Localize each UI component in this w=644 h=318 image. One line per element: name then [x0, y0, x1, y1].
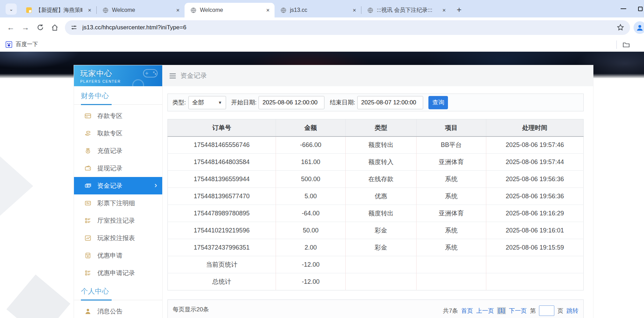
tab-close-icon[interactable]: ✕ — [174, 6, 182, 14]
table-cell — [486, 256, 584, 273]
window-controls — [614, 0, 644, 17]
bookmark-label: 百度一下 — [16, 41, 38, 48]
sidebar-item[interactable]: 取款专区› — [74, 125, 162, 142]
browser-tab[interactable]: js13.cc✕ — [275, 3, 361, 17]
globe-favicon-icon — [280, 7, 286, 13]
site-info-icon — [70, 24, 77, 31]
search-button[interactable]: 查询 — [428, 96, 448, 109]
table-cell — [486, 273, 584, 290]
folder-icon[interactable] — [622, 41, 630, 49]
table-cell — [416, 273, 486, 290]
browser-tab[interactable]: Welcome✕ — [185, 3, 275, 17]
sidebar-header: 玩家中心 PLAYERS CENTER — [74, 65, 162, 86]
table-cell: BB平台 — [416, 136, 486, 154]
sidebar-item[interactable]: 优惠申请› — [74, 247, 162, 264]
table-header-cell: 项目 — [416, 119, 486, 136]
sidebar-sections: 财务中心存款专区›取款专区›充值记录›提现记录›资金记录›彩票下注明细›厅室投注… — [74, 86, 162, 318]
tab-search-button[interactable]: ⌄ — [6, 3, 17, 15]
table-cell: 亚洲体育 — [416, 154, 486, 171]
profile-avatar[interactable] — [634, 21, 644, 34]
sidebar: 玩家中心 PLAYERS CENTER 财务中心存款专区›取款专区›充值记录›提… — [74, 65, 163, 318]
table-cell: 1754481464803584 — [168, 154, 276, 171]
table-cell: 161.00 — [276, 154, 345, 171]
table-cell: 彩金 — [346, 239, 417, 256]
table-cell: 2025-08-06 19:15:59 — [486, 239, 584, 256]
menu-hamburger-icon[interactable] — [170, 73, 176, 79]
sidebar-item[interactable]: 存款专区› — [74, 107, 162, 125]
page-size-text: 每页显示20条 — [173, 305, 209, 313]
url-text[interactable]: js13.cc/hhcp/usercenter.html?iniType=6 — [82, 24, 616, 31]
sidebar-item-list: 存款专区›取款专区›充值记录›提现记录›资金记录›彩票下注明细›厅室投注记录›玩… — [74, 107, 162, 282]
table-cell — [346, 256, 417, 273]
bookmarks-separator — [616, 40, 617, 49]
table-cell: 2025-08-06 19:56:36 — [486, 171, 584, 188]
start-date-input[interactable] — [259, 96, 324, 109]
hall-bet-list-icon — [84, 217, 91, 224]
sidebar-item[interactable]: 优惠申请记录› — [74, 264, 162, 282]
browser-tab[interactable]: Welcome✕ — [97, 3, 185, 17]
sidebar-item[interactable]: 彩票下注明细› — [74, 194, 162, 212]
minimize-button[interactable] — [621, 0, 626, 17]
tab-title: Welcome — [112, 7, 171, 13]
recharge-moneybag-icon — [84, 147, 91, 154]
globe-favicon-icon — [367, 7, 373, 13]
sidebar-item-label: 彩票下注明细 — [97, 199, 135, 207]
decorative-triangle — [0, 156, 33, 216]
table-cell: 优惠 — [346, 188, 417, 205]
bookmarks-right — [616, 37, 644, 52]
sidebar-item[interactable]: 玩家投注报表› — [74, 229, 162, 247]
end-date-input[interactable] — [357, 96, 423, 109]
first-page-link[interactable]: 首页 — [461, 307, 473, 315]
home-button[interactable] — [47, 20, 62, 35]
sidebar-section-title: 财务中心 — [74, 91, 162, 105]
promo-record-list-icon — [84, 269, 91, 276]
tab-close-icon[interactable]: ✕ — [86, 6, 93, 14]
sidebar-item-label: 消息公告 — [97, 307, 122, 316]
jump-link[interactable]: 跳转 — [567, 307, 578, 315]
table-cell: 彩金 — [346, 222, 417, 239]
page-jump-input[interactable] — [539, 305, 554, 316]
table-header-cell: 类型 — [346, 119, 417, 136]
deposit-card-icon — [84, 112, 91, 119]
new-tab-button[interactable]: + — [454, 4, 465, 15]
main-body: 类型: 全部 ▼ 开始日期: 结束日期: 查询 订单号金额类型项目处理时 — [163, 86, 593, 318]
table-cell: 额度转出 — [346, 136, 417, 154]
table-row: 总统计-12.00 — [168, 273, 584, 290]
lottery-list-icon — [84, 200, 91, 207]
tab-close-icon[interactable]: ✕ — [264, 6, 272, 14]
sidebar-item[interactable]: 资金记录› — [74, 177, 162, 194]
globe-favicon-icon — [102, 7, 108, 13]
next-page-link[interactable]: 下一页 — [509, 307, 527, 315]
page-background: 玩家中心 PLAYERS CENTER 财务中心存款专区›取款专区›充值记录›提… — [0, 52, 644, 318]
browser-tab[interactable]: :::视讯 会员下注纪录:::✕ — [361, 3, 451, 17]
type-select[interactable]: 全部 ▼ — [188, 96, 226, 109]
tab-title: 【新提醒】海燕策略论坛综合交 — [36, 7, 82, 14]
tab-close-icon[interactable]: ✕ — [351, 6, 358, 14]
funds-table: 订单号金额类型项目处理时间 1754481465556746-666.00额度转… — [167, 119, 584, 290]
table-cell: 额度转出 — [346, 205, 417, 222]
table-header-cell: 处理时间 — [486, 119, 584, 136]
sidebar-item[interactable]: 提现记录› — [74, 160, 162, 177]
tab-close-icon[interactable]: ✕ — [440, 6, 448, 14]
browser-tab[interactable]: 【新提醒】海燕策略论坛综合交✕ — [20, 3, 96, 17]
table-cell: -64.00 — [276, 205, 345, 222]
table-cell: 5.00 — [276, 188, 345, 205]
back-button[interactable]: ← — [3, 20, 18, 35]
table-cell: -12.00 — [276, 273, 345, 290]
tab-title: Welcome — [200, 7, 261, 13]
sidebar-item[interactable]: 充值记录› — [74, 142, 162, 160]
address-bar[interactable]: js13.cc/hhcp/usercenter.html?iniType=6 — [65, 20, 630, 35]
reload-button[interactable] — [33, 20, 47, 35]
report-chart-icon — [84, 235, 91, 242]
bookmark-baidu[interactable]: 百度一下 — [6, 41, 38, 48]
table-cell: 50.00 — [276, 222, 345, 239]
sidebar-item-label: 玩家投注报表 — [97, 234, 135, 242]
table-cell — [416, 256, 486, 273]
prev-page-link[interactable]: 上一页 — [476, 307, 494, 315]
sidebar-item[interactable]: 厅室投注记录› — [74, 212, 162, 229]
table-header-row: 订单号金额类型项目处理时间 — [168, 119, 584, 136]
forward-button[interactable]: → — [18, 20, 33, 35]
bookmark-star-icon[interactable] — [616, 23, 624, 31]
sidebar-item[interactable]: 消息公告› — [74, 303, 162, 318]
maximize-button[interactable] — [638, 0, 643, 17]
